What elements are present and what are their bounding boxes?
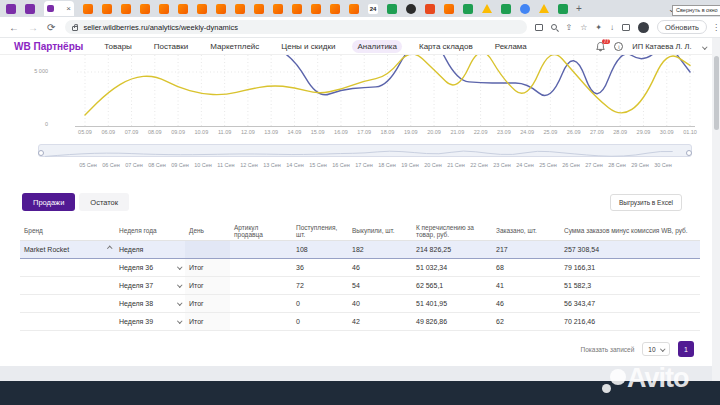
nav-item-маркетплейс[interactable]: Маркетплейс (205, 40, 264, 53)
address-bar[interactable]: seller.wildberries.ru/analytics/weekly-d… (65, 20, 527, 34)
table-cell: 72 (292, 276, 348, 294)
tab-favicon-orange[interactable] (254, 4, 264, 14)
tab-favicon-orange[interactable] (178, 4, 188, 14)
column-header: Артикул продавца (230, 222, 292, 240)
weekly-dynamics-chart[interactable]: 5 000 0 05.0906.0907.0908.0909.0910.0911… (0, 55, 712, 139)
x-axis-tick: 12.09 (237, 129, 259, 135)
tab-favicon-orange[interactable] (349, 4, 359, 14)
browser-menu-icon[interactable]: ⋮ (712, 23, 720, 32)
tab-favicon-purple[interactable] (25, 4, 35, 14)
page-size-select[interactable]: 10 (642, 342, 670, 356)
tab-sales[interactable]: Продажи (22, 193, 75, 211)
scrollbar-thumb[interactable] (714, 56, 719, 130)
column-header: Бренд (20, 222, 115, 240)
tab-favicon-sheets[interactable] (558, 4, 568, 14)
slider-date-label: 16 Сен (329, 162, 353, 168)
bookmark-star-icon[interactable]: ☆ (580, 23, 587, 32)
tab-favicon-blue[interactable] (520, 4, 530, 14)
table-cell: 62 565,1 (412, 276, 492, 294)
vertical-scrollbar[interactable] (712, 38, 720, 381)
back-icon[interactable]: ← (9, 22, 19, 33)
tab-favicon-orange[interactable] (159, 4, 169, 14)
refresh-extension-button[interactable]: Обновить (657, 20, 707, 34)
tab-favicon-orange[interactable] (444, 4, 454, 14)
table-cell: 217 (492, 240, 560, 258)
slider-handle-right[interactable] (686, 150, 692, 156)
slider-date-label: 11 Сен (214, 162, 238, 168)
notifications-bell-icon[interactable]: 77 (596, 42, 605, 52)
send-to-device-icon[interactable] (535, 24, 543, 31)
tab-favicon-drive[interactable] (482, 4, 492, 13)
nav-item-аналитика[interactable]: Аналитика (352, 40, 402, 53)
expand-icon[interactable] (177, 301, 182, 306)
x-axis-tick: 07.09 (121, 129, 143, 135)
tab-favicon-orange[interactable] (273, 4, 283, 14)
nav-item-карта-складов[interactable]: Карта складов (414, 40, 478, 53)
week-row[interactable]: Неделя 37Итог725462 565,14151 582,3 (20, 276, 700, 294)
expand-icon[interactable] (177, 283, 182, 288)
tab-favicon-sheets[interactable] (463, 4, 473, 14)
url-text[interactable]: seller.wildberries.ru/analytics/weekly-d… (83, 23, 238, 32)
account-menu[interactable]: ИП Катаева Л. Л. (632, 42, 691, 51)
slider-date-label: 06 Сен (99, 162, 123, 168)
table-cell: Неделя (115, 240, 185, 258)
tab-favicon-sheets[interactable] (387, 4, 397, 14)
reload-icon[interactable]: ⟳ (47, 22, 55, 33)
brand-summary-row[interactable]: Market RocketНеделя108182214 826,2521725… (20, 240, 700, 258)
tab-favicon-orange[interactable] (197, 4, 207, 14)
export-excel-button[interactable]: Выгрузить в Excel (610, 194, 682, 211)
week-row[interactable]: Неделя 36Итог364651 032,346879 166,31 (20, 258, 700, 276)
slider-track[interactable] (38, 144, 692, 157)
forward-icon[interactable]: → (28, 22, 38, 33)
info-icon[interactable]: i (614, 42, 623, 51)
tab-favicon-redorange[interactable] (425, 4, 435, 14)
x-axis-tick: 01.10 (679, 129, 701, 135)
active-tab[interactable]: × (44, 1, 74, 16)
search-lens-icon[interactable] (551, 24, 557, 30)
week-row[interactable]: Неделя 39Итог04249 826,866270 216,46 (20, 312, 700, 330)
close-tab-icon[interactable]: × (66, 5, 71, 13)
tab-favicon-drive[interactable] (539, 4, 549, 13)
slider-date-label: 27 Сен (582, 162, 606, 168)
tab-favicon-orange[interactable] (102, 4, 112, 14)
tab-favicon-orange[interactable] (311, 4, 321, 14)
extension-pin-icon[interactable]: ✦ (595, 23, 602, 32)
chart-canvas (55, 55, 700, 127)
tab-favicon-orange[interactable] (292, 4, 302, 14)
share-icon[interactable]: ⇪ (565, 23, 572, 32)
weekly-sales-table: БрендНеделя годаДеньАртикул продавцаПост… (20, 222, 700, 331)
slider-handle-left[interactable] (38, 150, 44, 156)
chevron-down-icon (660, 347, 665, 352)
tab-stock[interactable]: Остаток (79, 193, 129, 211)
table-cell: 41 (492, 276, 560, 294)
page-bottom-gap (0, 366, 720, 381)
date-range-slider[interactable]: 05 Сен06 Сен07 Сен08 Сен09 Сен10 Сен11 С… (0, 142, 712, 176)
tab-favicon-orange[interactable] (121, 4, 131, 14)
tab-favicon-github[interactable] (406, 4, 416, 14)
download-icon[interactable]: ↓ (610, 23, 614, 32)
tab-favicon-badge24[interactable]: 24 (368, 4, 378, 14)
tab-favicon-orange[interactable] (140, 4, 150, 14)
page-size-label: Показать записей (581, 346, 635, 353)
nav-item-реклама[interactable]: Реклама (490, 40, 532, 53)
sidebar-icon[interactable] (622, 24, 630, 31)
tab-favicon-sheets[interactable] (501, 4, 511, 14)
browser-tabs[interactable]: ×24 (6, 1, 568, 16)
tab-favicon-orange[interactable] (330, 4, 340, 14)
wb-logo[interactable]: WB Партнёры (14, 41, 83, 52)
tab-favicon-orange[interactable] (235, 4, 245, 14)
tab-favicon-orange[interactable] (216, 4, 226, 14)
expand-icon[interactable] (177, 319, 182, 324)
collapse-icon[interactable] (107, 247, 112, 252)
tab-favicon-orange[interactable] (83, 4, 93, 14)
profile-avatar[interactable] (638, 22, 649, 33)
x-axis-tick: 18.09 (377, 129, 399, 135)
new-tab-button[interactable]: + (576, 3, 582, 14)
page-number-button[interactable]: 1 (678, 341, 694, 357)
tab-favicon-purple[interactable] (6, 4, 16, 14)
expand-icon[interactable] (177, 265, 182, 270)
nav-item-цены-и-скидки[interactable]: Цены и скидки (276, 40, 340, 53)
nav-item-товары[interactable]: Товары (99, 40, 137, 53)
week-row[interactable]: Неделя 38Итог04051 401,954656 343,47 (20, 294, 700, 312)
nav-item-поставки[interactable]: Поставки (149, 40, 193, 53)
